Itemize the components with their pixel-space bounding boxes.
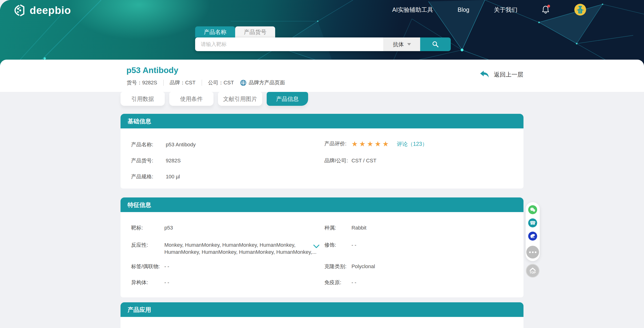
tab-literature-figures[interactable]: 文献引用图片	[218, 92, 262, 106]
avatar-lab-icon	[576, 6, 584, 14]
nav-about[interactable]: 关于我们	[494, 6, 517, 14]
field-species: 种属: Rabbit	[324, 224, 366, 231]
search-tabs: 产品名称 产品货号	[195, 26, 275, 38]
category-select[interactable]: 抗体	[384, 38, 420, 51]
brand-logo[interactable]: deepbio	[13, 4, 71, 17]
notification-bell-icon[interactable]	[542, 5, 550, 14]
reviews-link[interactable]: 评论（123）	[397, 141, 428, 147]
product-tabs: 引用数据 使用条件 文献引用图片 产品信息	[120, 92, 308, 106]
hero-header: deepbio AI实验辅助工具 Blog 关于我们	[0, 0, 644, 66]
basic-info-title: 基础信息	[128, 117, 151, 125]
feather-logo-icon[interactable]	[528, 232, 537, 241]
nav-ai-tools[interactable]: AI实验辅助工具	[392, 6, 433, 14]
product-meta: 货号：9282S 品牌：CST 公司：CST 品牌方产品页面	[127, 79, 285, 86]
back-label: 返回上一层	[494, 71, 523, 79]
product-company: 公司：CST	[208, 79, 234, 86]
back-link[interactable]: 返回上一层	[480, 71, 523, 79]
applications-header: 产品应用	[120, 302, 524, 317]
field-product-size: 产品规格: 100 µl	[131, 173, 180, 180]
page: deepbio AI实验辅助工具 Blog 关于我们	[0, 0, 644, 328]
dot	[535, 251, 536, 253]
search-bar: 抗体	[195, 38, 451, 51]
applications-title: 产品应用	[128, 306, 151, 314]
field-clonality: 克隆类别: Polyclonal	[324, 263, 375, 270]
globe-icon	[240, 80, 246, 86]
search-tab-product-name[interactable]: 产品名称	[195, 26, 235, 38]
applications-body	[120, 317, 524, 328]
tab-product-info[interactable]: 产品信息	[267, 92, 308, 106]
field-brand-company: 品牌/公司: CST / CST	[324, 157, 376, 164]
field-target: 靶标: p53	[131, 224, 173, 231]
search-button[interactable]	[420, 38, 451, 51]
feather-shape	[530, 233, 536, 237]
feather-label-bar	[531, 237, 534, 238]
field-isotype: 异构体: - -	[131, 279, 169, 286]
tab-usage-conditions[interactable]: 使用条件	[169, 92, 214, 106]
field-product-name: 产品名称: p53 Antibody	[131, 141, 196, 148]
brand-page-label: 品牌方产品页面	[249, 79, 285, 86]
field-conjugate: 标签/偶联物: - -	[131, 263, 169, 270]
top-label: TOP	[530, 271, 536, 274]
features-header: 特征信息	[120, 197, 524, 212]
product-header-band: p53 Antibody 货号：9282S 品牌：CST 公司：CST 品牌方产…	[0, 60, 644, 92]
user-avatar[interactable]	[574, 4, 586, 16]
search-input[interactable]	[195, 38, 384, 51]
tab-citation-data[interactable]: 引用数据	[120, 92, 165, 106]
divider	[202, 80, 202, 86]
field-product-sku: 产品货号: 9282S	[131, 157, 181, 164]
chevron-down-icon[interactable]	[313, 244, 320, 249]
product-sku: 货号：9282S	[127, 79, 157, 86]
features-body: 靶标: p53 反应性: Monkey, HumanMonkey, HumanM…	[120, 212, 524, 297]
notification-dot	[547, 5, 550, 8]
category-value: 抗体	[393, 41, 404, 48]
dropdown-arrow-icon	[407, 43, 411, 46]
dot	[532, 251, 534, 253]
phone-icon[interactable]: ☎	[528, 218, 537, 227]
field-immunogen: 免疫原: - -	[324, 279, 356, 286]
logo-text: deepbio	[30, 5, 71, 16]
top-navigation: AI实验辅助工具 Blog 关于我们	[392, 0, 586, 19]
features-title: 特征信息	[128, 201, 151, 209]
basic-info-body: 产品名称: p53 Antibody 产品货号: 9282S 产品规格: 100…	[120, 128, 524, 188]
field-reactivity: 反应性: Monkey, HumanMonkey, HumanMonkey, H…	[131, 241, 318, 256]
back-to-top-button[interactable]: TOP	[526, 264, 540, 277]
search-icon	[432, 41, 439, 48]
product-title: p53 Antibody	[126, 66, 178, 75]
search-tab-product-sku[interactable]: 产品货号	[235, 26, 275, 38]
wechat-icon[interactable]	[528, 205, 537, 214]
field-modification: 修饰: - -	[324, 241, 356, 249]
divider	[163, 80, 164, 86]
deepbio-logo-icon	[13, 4, 26, 17]
nav-blog[interactable]: Blog	[458, 6, 469, 13]
basic-info-header: 基础信息	[120, 114, 524, 128]
back-arrow-icon	[480, 71, 489, 79]
more-options-button[interactable]	[526, 246, 539, 258]
dot	[529, 251, 531, 253]
field-product-rating: 产品评价: ★★★★★ 评论（123）	[324, 140, 428, 148]
brand-page-link[interactable]: 品牌方产品页面	[240, 79, 285, 86]
rating-stars-icon: ★★★★★	[352, 140, 390, 148]
product-brand: 品牌：CST	[170, 79, 196, 86]
